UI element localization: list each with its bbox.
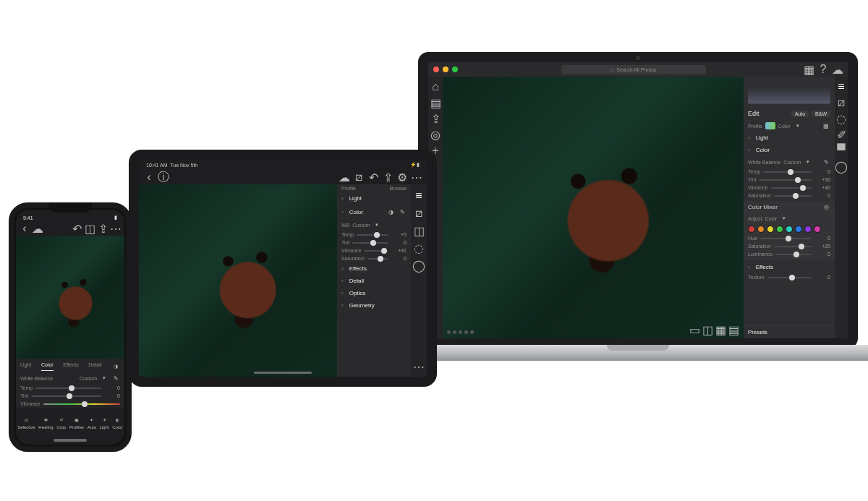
profile-grid-icon[interactable]: ▦ [822, 121, 830, 130]
more-icon[interactable]: ⋯ [111, 224, 120, 233]
swatch-blue[interactable] [795, 226, 802, 233]
compare-view-icon[interactable]: ◫ [703, 325, 712, 334]
more-icon[interactable]: ⋯ [412, 173, 421, 181]
section-light[interactable]: Light [337, 192, 411, 205]
edit-sliders-icon[interactable]: ≡ [837, 82, 846, 91]
section-light[interactable]: Light [744, 132, 835, 144]
section-effects[interactable]: Effects [337, 262, 411, 275]
histogram[interactable] [748, 80, 830, 104]
slider-tint[interactable]: Tint +30 [744, 176, 835, 184]
chevron-down-icon[interactable]: ▾ [100, 374, 109, 382]
linear-gradient-icon[interactable]: ▀ [837, 146, 846, 155]
compare-icon[interactable]: ◫ [85, 224, 94, 233]
tool-light[interactable]: ☀Light [100, 415, 109, 429]
swatch-green[interactable] [776, 226, 783, 233]
tab-effects[interactable]: Effects [63, 362, 78, 371]
swatch-purple[interactable] [804, 226, 812, 233]
color-mix-icon[interactable]: ◑ [111, 362, 120, 371]
slider-saturation[interactable]: Saturation 0 [744, 192, 835, 200]
masking-icon[interactable]: ◯ [414, 261, 423, 270]
slider-vibrance[interactable]: Vibrance +40 [744, 184, 835, 192]
slider-temp[interactable]: Temp+5 [337, 231, 411, 239]
share-icon[interactable]: ⇪ [98, 224, 107, 233]
color-mixer-swatches[interactable] [744, 224, 835, 234]
crop-icon[interactable]: ⧄ [414, 209, 423, 218]
settings-icon[interactable]: ⚙ [398, 173, 407, 181]
slider-tint[interactable]: Tint0 [337, 239, 411, 247]
presets-icon[interactable]: ◫ [414, 226, 423, 235]
tablet-home-indicator[interactable] [254, 372, 312, 374]
wb-value[interactable]: Custom [80, 376, 97, 381]
undo-icon[interactable]: ↶ [72, 224, 81, 233]
wb-value[interactable]: Custom [352, 223, 370, 228]
section-color[interactable]: Color ◑ ✎ [337, 205, 411, 219]
target-adjust-icon[interactable]: ◎ [822, 202, 830, 211]
slider-texture[interactable]: Texture 0 [744, 273, 835, 281]
radial-gradient-icon[interactable]: ◯ [837, 162, 846, 171]
auto-button[interactable]: Auto [791, 111, 809, 117]
tool-auto[interactable]: ✦Auto [88, 415, 96, 429]
swatch-orange[interactable] [757, 226, 765, 233]
minimize-window-icon[interactable] [443, 67, 448, 72]
home-icon[interactable]: ⌂ [431, 82, 440, 91]
cloud-icon[interactable]: ☁ [340, 173, 349, 181]
slider-mixer-saturation[interactable]: Saturation +25 [744, 242, 835, 250]
swatch-magenta[interactable] [814, 226, 821, 233]
section-optics[interactable]: Optics [337, 287, 411, 299]
photos-icon[interactable]: ▤ [431, 98, 440, 107]
chevron-down-icon[interactable]: ▾ [793, 121, 802, 130]
grid-view-icon[interactable]: ▦ [804, 65, 813, 74]
phone-home-indicator[interactable] [54, 439, 87, 442]
tab-light[interactable]: Light [20, 362, 31, 371]
back-icon[interactable]: ‹ [20, 224, 29, 233]
section-geometry[interactable]: Geometry [337, 299, 411, 312]
browse-button[interactable]: Browse [390, 186, 407, 191]
tool-color[interactable]: ◐Color [112, 415, 122, 429]
eyedropper-icon[interactable]: ✎ [398, 207, 407, 216]
crop-icon[interactable]: ⧄ [354, 173, 363, 181]
chevron-down-icon[interactable]: ▾ [373, 220, 381, 229]
photo-canvas[interactable]: ▭ ◫ ▦ ▤ [443, 77, 744, 338]
tablet-photo-canvas[interactable] [139, 184, 337, 377]
cloud-sync-icon[interactable]: ☁ [833, 65, 842, 74]
slider-vibrance[interactable]: Vibrance [16, 400, 124, 408]
profile-thumb-icon[interactable] [765, 122, 775, 129]
brush-icon[interactable]: ✐ [837, 130, 846, 139]
edit-sliders-icon[interactable]: ≡ [414, 192, 423, 200]
window-controls[interactable] [428, 63, 463, 76]
presets-button[interactable]: Presets [744, 325, 835, 338]
slider-mixer-hue[interactable]: Hue 0 [744, 234, 835, 242]
rating-dots[interactable] [447, 330, 474, 334]
tool-selective[interactable]: ◎Selective [17, 415, 35, 429]
grid-icon[interactable]: ▦ [716, 325, 725, 334]
swatch-aqua[interactable] [786, 226, 793, 233]
slider-mixer-luminance[interactable]: Luminance 0 [744, 250, 835, 258]
back-icon[interactable]: ‹ [145, 173, 153, 181]
profile-value[interactable]: Color [778, 124, 791, 129]
healing-icon[interactable]: ◌ [837, 114, 846, 123]
slider-temp[interactable]: Temp 0 [744, 168, 835, 176]
tool-healing[interactable]: ✚Healing [38, 415, 53, 429]
cloud-icon[interactable]: ☁ [33, 224, 42, 233]
tab-detail[interactable]: Detail [88, 362, 101, 371]
help-icon[interactable]: ? [819, 65, 827, 74]
section-effects[interactable]: Effects [744, 261, 835, 273]
filmstrip-icon[interactable]: ▤ [729, 325, 738, 334]
chevron-down-icon[interactable]: ▾ [780, 214, 788, 223]
crop-icon[interactable]: ⧄ [837, 98, 846, 107]
slider-saturation[interactable]: Saturation0 [337, 254, 411, 262]
learn-icon[interactable]: ◎ [431, 130, 440, 139]
single-view-icon[interactable]: ▭ [690, 325, 699, 334]
search-input[interactable]: ⌕ Search All Photos [561, 65, 706, 74]
more-icon[interactable]: ⋯ [414, 362, 423, 371]
swatch-yellow[interactable] [767, 226, 774, 233]
undo-icon[interactable]: ↶ [369, 173, 378, 181]
eyedropper-icon[interactable]: ✎ [822, 158, 830, 166]
phone-photo-canvas[interactable] [16, 236, 124, 359]
slider-tint[interactable]: Tint0 [16, 392, 124, 400]
section-color[interactable]: Color [744, 144, 835, 156]
share-icon[interactable]: ⇪ [431, 114, 440, 123]
wb-value[interactable]: Custom [783, 160, 801, 165]
swatch-red[interactable] [748, 226, 755, 233]
tab-color[interactable]: Color [41, 362, 54, 371]
